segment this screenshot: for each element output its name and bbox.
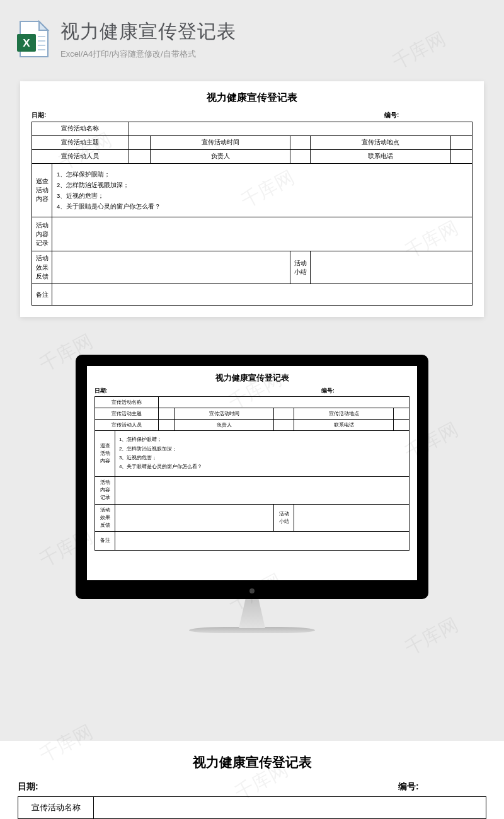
date-label: 日期: (32, 111, 384, 120)
theme-value (129, 136, 150, 150)
feedback-value (52, 251, 290, 284)
monitor-screen: 视力健康宣传登记表 日期: 编号: 宣传活动名称 宣传活动主题宣传活动时间宣传活… (87, 366, 417, 580)
activity-theme-label: 宣传活动主题 (32, 136, 129, 150)
remark-value (52, 284, 472, 306)
leader-value (290, 150, 311, 164)
registration-table: 宣传活动名称 宣传活动主题宣传活动时间宣传活动地点 宣传活动人员负责人联系电话 … (94, 396, 410, 551)
place-value (450, 136, 472, 150)
activity-record-label: 活动内容记录 (32, 217, 52, 251)
activity-staff-label: 宣传活动人员 (32, 150, 129, 164)
preview-card: 视力健康宣传登记表 日期: 编号: 宣传活动名称 宣传活动主题 宣传活动时间 宣… (20, 81, 484, 317)
table-row: 活动内容记录 (32, 217, 472, 251)
svg-text:X: X (23, 37, 30, 49)
registration-table: 宣传活动名称 宣传活动主题 宣传活动时间 宣传活动地点 宣传活动人员 负责人 联… (32, 122, 472, 306)
bottom-cropped-preview: 视力健康宣传登记表 日期: 编号: 宣传活动名称 (0, 741, 504, 819)
phone-value (450, 150, 472, 164)
inspect-content-label: 巡查活动内容 (32, 164, 52, 217)
date-label: 日期: (18, 781, 398, 793)
number-label: 编号: (321, 387, 410, 395)
activity-name-label: 宣传活动名称 (18, 797, 94, 819)
list-item: 1、怎样保护眼睛； (57, 169, 467, 180)
phone-label: 联系电话 (311, 150, 450, 164)
list-item: 3、近视的危害； (57, 190, 467, 201)
table-row: 活动效果反馈 活动小结 (32, 251, 472, 284)
table-row: 宣传活动人员 负责人 联系电话 (32, 150, 472, 164)
table-row: 备注 (32, 284, 472, 306)
monitor-stand (230, 599, 274, 628)
table-row: 巡查活动内容 1、怎样保护眼睛； 2、怎样防治近视眼加深； 3、近视的危害； 4… (32, 164, 472, 217)
activity-name-label: 宣传活动名称 (32, 122, 129, 136)
remark-label: 备注 (32, 284, 52, 306)
activity-time-label: 宣传活动时间 (151, 136, 290, 150)
excel-file-icon: X (15, 20, 50, 59)
form-title: 视力健康宣传登记表 (32, 91, 472, 105)
table-row: 宣传活动名称 (18, 797, 486, 819)
activity-name-value (129, 122, 472, 136)
number-label: 编号: (398, 781, 486, 793)
summary-value (311, 251, 472, 284)
page-title: 视力健康宣传登记表 (60, 19, 489, 45)
registration-table: 宣传活动名称 (18, 796, 486, 819)
monitor-bezel: 视力健康宣传登记表 日期: 编号: 宣传活动名称 宣传活动主题宣传活动时间宣传活… (76, 355, 428, 599)
feedback-label: 活动效果反馈 (32, 251, 52, 284)
inspect-content-value: 1、怎样保护眼睛； 2、怎样防治近视眼加深； 3、近视的危害； 4、关于眼睛是心… (52, 164, 472, 217)
monitor-logo-icon (249, 588, 255, 593)
form-title: 视力健康宣传登记表 (94, 372, 410, 384)
list-item: 4、关于眼睛是心灵的窗户你怎么看？ (57, 201, 467, 212)
monitor-mockup: 视力健康宣传登记表 日期: 编号: 宣传活动名称 宣传活动主题宣传活动时间宣传活… (76, 355, 428, 633)
time-value (290, 136, 311, 150)
form-header-row: 日期: 编号: (94, 387, 410, 395)
form-header-row: 日期: 编号: (32, 111, 472, 120)
staff-value (129, 150, 150, 164)
leader-label: 负责人 (151, 150, 290, 164)
form-title: 视力健康宣传登记表 (18, 753, 486, 771)
number-label: 编号: (384, 111, 472, 120)
activity-place-label: 宣传活动地点 (311, 136, 450, 150)
table-row: 宣传活动名称 (32, 122, 472, 136)
activity-name-value (94, 797, 486, 819)
date-label: 日期: (94, 387, 321, 395)
page-header: X 视力健康宣传登记表 Excel/A4打印/内容随意修改/自带格式 (0, 0, 504, 69)
form-header-row: 日期: 编号: (18, 781, 486, 793)
list-item: 2、怎样防治近视眼加深； (57, 180, 467, 190)
table-row: 宣传活动主题 宣传活动时间 宣传活动地点 (32, 136, 472, 150)
summary-label: 活动小结 (290, 251, 311, 284)
record-value (52, 217, 472, 251)
header-text-block: 视力健康宣传登记表 Excel/A4打印/内容随意修改/自带格式 (60, 19, 489, 60)
page-subtitle: Excel/A4打印/内容随意修改/自带格式 (60, 49, 489, 60)
